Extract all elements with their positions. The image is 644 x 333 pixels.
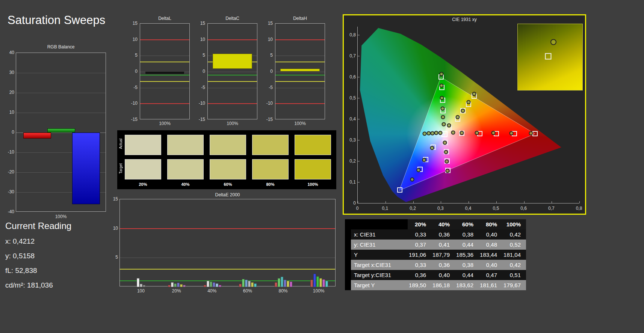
delta-h-plot <box>275 23 325 119</box>
table-cell: 191,06 <box>408 250 431 260</box>
x-tick-label: 0,2 <box>407 205 419 211</box>
measured-point <box>423 131 427 136</box>
delta-e-bar <box>287 281 289 287</box>
table-header-cell: 100% <box>502 219 526 229</box>
gridline <box>208 88 257 88</box>
table-cell: 0,38 <box>455 260 479 270</box>
delta-e-plot <box>119 199 336 286</box>
x-tick-label: 40% <box>203 288 221 294</box>
gridline <box>208 72 257 72</box>
y-tick-label: 15 <box>261 20 273 26</box>
limit-line <box>120 269 335 270</box>
measured-point <box>475 131 479 135</box>
x-tick-mark <box>496 201 497 203</box>
measured-point <box>441 115 445 119</box>
target-swatch <box>295 159 331 179</box>
current-reading-title: Current Reading <box>5 221 110 231</box>
delta-l-x-axis-label: 100% <box>140 121 190 126</box>
target-row-label: Target <box>119 163 123 174</box>
cie-title: CIE 1931 xy <box>344 17 585 22</box>
table-cell: 0,40 <box>479 229 502 240</box>
delta-e-bar <box>284 280 286 287</box>
y-tick-label: -15 <box>125 116 138 122</box>
measured-point <box>444 150 448 154</box>
y-tick-mark <box>358 35 360 35</box>
color-swatches-panel[interactable]: Actual Target 20%40%60%80%100% <box>117 130 336 189</box>
y-tick-label: 5 <box>193 52 205 58</box>
delta-bar <box>280 69 320 71</box>
y-tick-label: 0,1 <box>345 179 356 185</box>
delta-l-chart-panel[interactable]: DeltaL 100% 151050-5-10-15 <box>125 16 196 133</box>
delta-h-chart-panel[interactable]: DeltaH 100% 151050-5-10-15 <box>260 16 331 133</box>
table-cell: 183,44 <box>479 250 502 260</box>
measured-point <box>472 92 476 96</box>
table-row-label: y: CIE31 <box>351 240 408 250</box>
measured-point <box>442 122 446 127</box>
delta-c-plot <box>207 23 257 119</box>
limit-line <box>140 75 189 75</box>
x-tick-label: 0,1 <box>379 205 391 211</box>
table-cell: 179,67 <box>502 280 526 290</box>
table-cell: 0,47 <box>479 270 502 280</box>
limit-line <box>120 228 335 229</box>
limit-line <box>208 103 257 104</box>
limit-line <box>275 39 325 40</box>
rgb-x-axis-label: 100% <box>16 214 106 219</box>
delta-e-bar <box>245 280 248 287</box>
delta-e-bar <box>140 284 142 287</box>
delta-e-bar <box>239 284 242 287</box>
measured-point <box>410 178 414 182</box>
measurement-table-panel[interactable]: 20%40%60%80%100%x: CIE310,330,360,380,40… <box>345 219 526 292</box>
y-tick-label: 30 <box>5 69 14 75</box>
measured-point <box>529 131 533 135</box>
x-tick-label: 0,5 <box>490 205 502 211</box>
measured-point <box>509 131 514 135</box>
table-row-label: Target x:CIE31 <box>351 260 408 270</box>
x-tick-mark <box>469 201 469 203</box>
delta-e-bar <box>180 284 183 287</box>
delta-bar <box>145 71 184 74</box>
table-row: x: CIE310,330,360,380,400,42 <box>351 229 526 240</box>
table-cell: 186,18 <box>431 280 455 290</box>
delta-e-bar <box>204 285 206 287</box>
delta-e-bar <box>143 285 145 287</box>
measured-point <box>455 115 460 119</box>
rgb-balance-title: RGB Balance <box>16 44 106 50</box>
swatch-col-label: 60% <box>210 182 246 187</box>
table-cell: 0,33 <box>408 229 431 240</box>
measured-point <box>444 160 449 164</box>
y-tick-mark <box>358 140 360 140</box>
y-tick-label: 15 <box>111 196 118 202</box>
page-title: Saturation Sweeps <box>8 14 105 27</box>
table-cell: 0,40 <box>479 260 502 270</box>
table-row-label: Target Y <box>351 280 408 290</box>
target-swatch-row <box>125 159 331 179</box>
limit-line <box>208 39 257 40</box>
y-tick-mark <box>358 161 360 161</box>
table-cell: 0,42 <box>502 260 526 270</box>
rgb-balance-chart-panel[interactable]: RGB Balance 100% 403020100-10-20-30-40 <box>5 44 110 222</box>
gridline <box>16 73 106 73</box>
limit-line <box>275 81 325 82</box>
delta-e-bar <box>174 283 177 287</box>
cie-1931-xy-chart-panel[interactable]: CIE 1931 xy 00,10,20,30,40,50,60,70,80,8… <box>343 14 586 215</box>
limit-line <box>208 75 257 75</box>
y-tick-label: 0,8 <box>345 32 356 38</box>
delta-e-bar <box>251 282 254 287</box>
rgb-balance-plot <box>16 53 106 212</box>
actual-swatch <box>210 135 246 155</box>
delta-e-2000-chart-panel[interactable]: DeltaE 2000 1510510020%40%60%80%100% <box>111 192 338 295</box>
y-tick-label: 10 <box>193 36 205 42</box>
x-tick-label: 100 <box>132 288 150 294</box>
measured-point <box>461 108 465 113</box>
actual-swatch <box>295 135 331 155</box>
limit-line <box>208 81 257 82</box>
measured-point <box>426 131 431 136</box>
target-swatch <box>167 159 204 179</box>
y-tick-label: 5 <box>125 52 138 58</box>
delta-c-chart-panel[interactable]: DeltaC 100% 151050-5-10-15 <box>192 16 264 133</box>
delta-c-x-axis-label: 100% <box>207 121 257 126</box>
y-tick-label: 10 <box>261 36 273 42</box>
y-tick-label: 15 <box>193 20 205 26</box>
delta-e-bar <box>242 279 245 287</box>
